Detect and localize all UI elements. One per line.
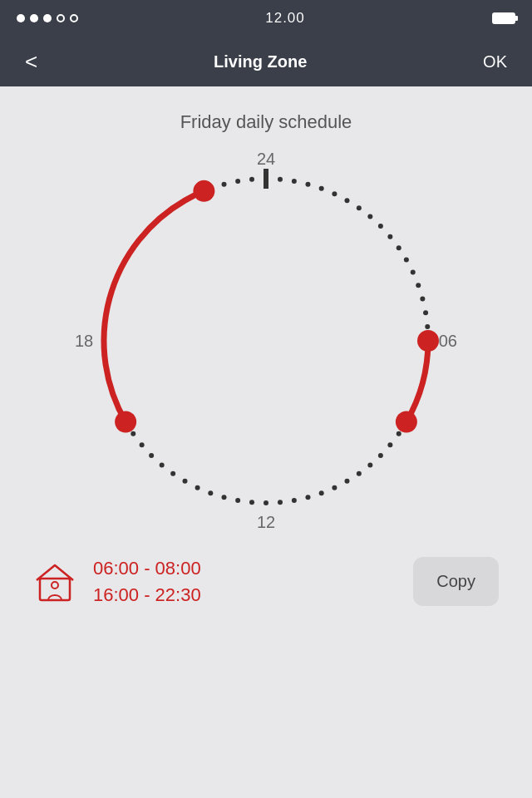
ok-button[interactable]: OK	[475, 48, 515, 76]
schedule-time-1: 06:00 - 08:00	[93, 558, 201, 579]
schedule-time-2: 16:00 - 22:30	[93, 584, 201, 606]
dot-4	[57, 14, 65, 22]
dot-3	[43, 14, 52, 22]
home-icon	[33, 560, 76, 603]
signal-dots	[17, 14, 78, 22]
dot-2	[30, 14, 38, 22]
nav-title: Living Zone	[214, 52, 307, 71]
svg-point-1	[52, 582, 58, 589]
status-bar: 12.00	[0, 0, 532, 37]
back-button[interactable]: <	[17, 45, 46, 79]
schedule-times: 06:00 - 08:00 16:00 - 22:30	[93, 558, 201, 606]
battery-icon	[492, 12, 515, 24]
battery-indicator	[492, 12, 515, 24]
dot-5	[70, 14, 78, 22]
main-content: Friday daily schedule 24 06 12 18 06:00 …	[0, 86, 532, 798]
clock-container[interactable]: 24 06 12 18	[66, 141, 466, 540]
clock-canvas[interactable]	[66, 141, 466, 540]
status-time: 12.00	[265, 10, 305, 27]
schedule-title: Friday daily schedule	[180, 111, 352, 133]
copy-button[interactable]: Copy	[413, 557, 499, 606]
bottom-section: 06:00 - 08:00 16:00 - 22:30 Copy	[0, 557, 532, 606]
dot-1	[17, 14, 25, 22]
nav-bar: < Living Zone OK	[0, 37, 532, 86]
